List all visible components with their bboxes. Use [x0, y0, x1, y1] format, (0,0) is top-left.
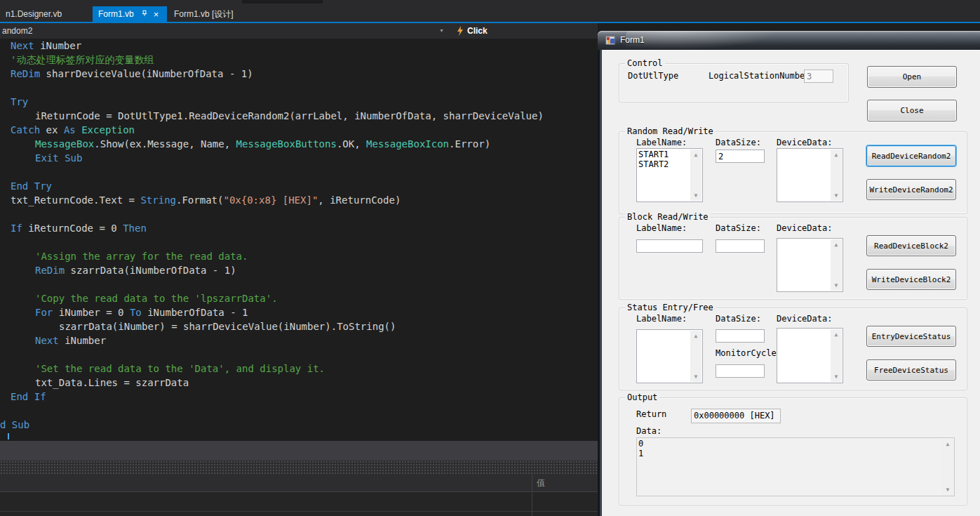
scrollbar[interactable]: ▲▼	[942, 439, 953, 495]
code-line: ReDim sharrDeviceValue(iNumberOfData - 1…	[0, 67, 598, 81]
panel-splitter[interactable]	[0, 461, 598, 474]
watch-panel: 值	[0, 474, 598, 516]
scroll-down-icon[interactable]: ▼	[831, 280, 842, 291]
entrydevicestatus-button[interactable]: EntryDeviceStatus	[866, 326, 956, 347]
code-line	[0, 207, 598, 221]
block-devicedata-input[interactable]: ▲▼	[777, 238, 843, 292]
tab-form1-vb[interactable]: Form1.vb ×	[93, 6, 167, 22]
code-line: Exit Sub	[0, 151, 598, 165]
vs-top-strip	[0, 0, 980, 6]
code-line: iReturnCode = DotUtlType1.ReadDeviceRand…	[0, 109, 598, 123]
dotutltype-label: DotUtlType	[628, 71, 678, 81]
nav-scope-dropdown[interactable]: andom2	[2, 26, 32, 36]
block-datasize-input[interactable]	[716, 239, 765, 253]
output-data-input[interactable]: 0 1 ▲▼	[636, 437, 955, 496]
writedeviceblock2-button[interactable]: WriteDeviceBlock2	[866, 269, 956, 290]
scroll-up-icon[interactable]: ▲	[690, 331, 702, 341]
scroll-down-icon[interactable]: ▼	[690, 371, 702, 382]
watch-value-column-header: 值	[537, 477, 545, 489]
titlebar-glow	[626, 31, 780, 50]
tab-label: n1.Designer.vb	[6, 9, 62, 19]
writedevicerandom2-button[interactable]: WriteDeviceRandom2	[866, 179, 956, 200]
scroll-down-icon[interactable]: ▼	[831, 190, 842, 201]
group-label: Control	[625, 58, 665, 68]
window-title: Form1	[620, 35, 645, 45]
readdeviceblock2-button[interactable]: ReadDeviceBlock2	[866, 235, 956, 256]
status-datasize-label: DataSize:	[716, 314, 761, 324]
random-devicedata-input[interactable]: ▲▼	[777, 148, 843, 202]
output-return-input[interactable]: 0x00000000 [HEX]	[691, 409, 781, 423]
code-line: For iNumber = 0 To iNumberOfData - 1	[0, 305, 598, 319]
code-line: Try	[0, 95, 598, 109]
open-button[interactable]: Open	[867, 66, 957, 88]
code-line: szarrData(iNumber) = sharrDeviceValue(iN…	[0, 319, 598, 333]
watch-row[interactable]	[0, 511, 598, 516]
close-icon[interactable]: ×	[154, 10, 159, 19]
tab-form1-design[interactable]: Form1.vb [设计]	[168, 6, 255, 22]
scrollbar[interactable]: ▲▼	[831, 329, 842, 382]
scroll-down-icon[interactable]: ▼	[831, 371, 842, 382]
random-labelname-input[interactable]: START1 START2 ▲▼	[636, 148, 703, 202]
scroll-up-icon[interactable]: ▲	[942, 439, 953, 449]
event-bolt-icon	[456, 26, 464, 39]
scroll-down-icon[interactable]: ▼	[690, 190, 702, 201]
editor-tab-strip: n1.Designer.vb Form1.vb × Form1.vb [设计]	[0, 6, 980, 23]
scroll-down-icon[interactable]: ▼	[942, 484, 953, 495]
code-line: txt_ReturnCode.Text = String.Format("0x{…	[0, 193, 598, 207]
code-line: End Try	[0, 179, 598, 193]
code-line: txt_Data.Lines = szarrData	[0, 376, 598, 390]
scroll-up-icon[interactable]: ▲	[831, 150, 842, 160]
screen: n1.Designer.vb Form1.vb × Form1.vb [设计] …	[0, 0, 980, 516]
form-icon	[605, 34, 616, 48]
block-devicedata-label: DeviceData:	[777, 223, 832, 233]
watch-row[interactable]	[0, 492, 598, 512]
watch-header-row: 值	[0, 474, 598, 492]
random-devicedata-label: DeviceData:	[777, 138, 832, 147]
scroll-up-icon[interactable]: ▲	[690, 150, 702, 160]
random-datasize-input[interactable]: 2	[716, 150, 765, 163]
form1-window: Form1 Control DotUtlType LogicalStationN…	[598, 31, 980, 516]
scroll-up-icon[interactable]: ▲	[831, 239, 842, 250]
status-labelname-input[interactable]: ▲▼	[636, 329, 703, 383]
code-line	[0, 81, 598, 95]
code-line: MessageBox.Show(ex.Message, Name, Messag…	[0, 137, 598, 151]
scroll-up-icon[interactable]: ▲	[831, 329, 842, 340]
code-line	[0, 348, 598, 362]
output-data-label: Data:	[636, 426, 662, 436]
group-label: Status Entry/Free	[625, 303, 716, 312]
nav-event-dropdown[interactable]: Click	[467, 26, 488, 36]
scrollbar[interactable]: ▲▼	[831, 239, 842, 291]
horizontal-scrollbar[interactable]	[0, 441, 598, 461]
output-return-label: Return	[636, 409, 666, 419]
code-editor[interactable]: Next iNumber'动态处理标签所对应的变量数组ReDim sharrDe…	[0, 39, 598, 441]
tab-label: Form1.vb	[98, 9, 134, 19]
pin-icon[interactable]	[141, 9, 148, 19]
status-labelname-label: LabelName:	[636, 314, 687, 324]
status-devicedata-input[interactable]: ▲▼	[777, 328, 843, 383]
code-line: Next iNumber	[0, 39, 598, 53]
status-datasize-input[interactable]	[716, 329, 765, 343]
scrollbar[interactable]: ▲▼	[690, 331, 702, 382]
readdevicerandom2-button[interactable]: ReadDeviceRandom2	[866, 145, 956, 166]
chevron-down-icon[interactable]: ▼	[439, 28, 444, 33]
watch-column-divider[interactable]	[532, 474, 532, 516]
text-caret	[8, 433, 9, 439]
block-labelname-input[interactable]	[636, 239, 703, 253]
status-monitorcycle-input[interactable]	[716, 364, 765, 378]
code-line	[0, 277, 598, 291]
code-line	[0, 235, 598, 249]
group-label: Random Read/Write	[625, 126, 716, 136]
block-datasize-label: DataSize:	[716, 223, 761, 233]
window-title-bar[interactable]: Form1	[598, 31, 980, 50]
random-datasize-label: DataSize:	[716, 138, 761, 147]
scrollbar[interactable]: ▲▼	[690, 150, 702, 201]
logicalstationnumber-input[interactable]: 3	[804, 70, 833, 83]
group-label: Block Read/Write	[625, 212, 711, 222]
code-line: 'Assign the array for the read data.	[0, 249, 598, 263]
freedevicestatus-button[interactable]: FreeDeviceStatus	[866, 359, 956, 381]
close-button[interactable]: Close	[867, 100, 957, 121]
code-line: '动态处理标签所对应的变量数组	[0, 53, 598, 67]
code-line: Next iNumber	[0, 333, 598, 348]
tab-form1-designer[interactable]: n1.Designer.vb	[0, 6, 86, 22]
scrollbar[interactable]: ▲▼	[831, 150, 842, 201]
